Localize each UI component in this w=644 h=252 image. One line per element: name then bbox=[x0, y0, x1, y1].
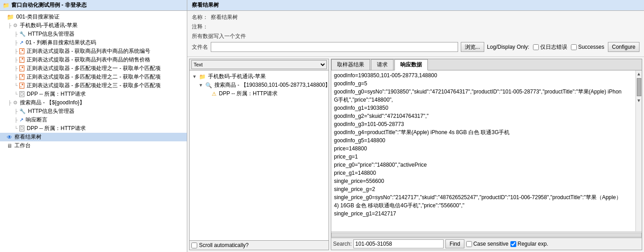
name-value: 察看结果树 bbox=[211, 14, 238, 21]
browse-button[interactable]: 浏览... bbox=[461, 42, 484, 52]
successes-checkbox[interactable] bbox=[571, 44, 577, 50]
file-label: 文件名 bbox=[192, 43, 208, 51]
data-line: goodInfo=1903850,101-005-28773,148800 bbox=[333, 71, 634, 79]
data-tab[interactable]: 取样器结果 bbox=[331, 59, 370, 70]
data-content[interactable]: goodInfo=1903850,101-005-28773,148800goo… bbox=[331, 70, 635, 231]
left-tree-item[interactable]: ├.*正则表达式提取器 - 获取商品列表中商品的系统编号 bbox=[0, 47, 187, 56]
tree-connector: └ bbox=[14, 126, 18, 131]
data-line: price_g0="price":"148800","activePrice bbox=[333, 161, 634, 169]
scroll-auto-label: Scroll automatically? bbox=[199, 242, 249, 248]
name-label: 名称： bbox=[192, 14, 208, 21]
scroll-auto-checkbox[interactable] bbox=[191, 243, 197, 248]
log-options: Log/Display Only: 仅日志错误 Successes Config… bbox=[487, 42, 639, 52]
tree-item-label: 工作台 bbox=[14, 142, 31, 149]
result-tree-label: DPP -- 所属：HTTP请求 bbox=[219, 90, 278, 98]
left-tree-item[interactable]: 👁察看结果树 bbox=[0, 133, 187, 141]
tree-connector: ├ bbox=[8, 100, 12, 105]
data-line: single_price_g1=2142717 bbox=[333, 210, 634, 218]
result-tree-item[interactable]: ⚠DPP -- 所属：HTTP请求 bbox=[191, 89, 327, 98]
tree-connector: └ bbox=[14, 92, 18, 97]
left-tree-item[interactable]: 📁001-类目搜家验证 bbox=[0, 13, 187, 21]
tree-connector: └ bbox=[14, 83, 18, 88]
tree-item-label: HTTP信息头管理器 bbox=[28, 30, 74, 38]
data-line: goodInfo_g4=productTitle":"苹果(Apple) iPh… bbox=[333, 128, 634, 136]
left-tree-item[interactable]: ├🔧HTTP信息头管理器 bbox=[0, 30, 187, 38]
tree-item-label: 001-类目搜家验证 bbox=[16, 13, 60, 21]
left-tree-item[interactable]: ├.*正则表达式提取器 - 多匹配项处理之二 - 获取单个匹配项 bbox=[0, 73, 187, 81]
left-tree-item[interactable]: ├↗01 - 判断鼻目搜索结果状态码 bbox=[0, 38, 187, 47]
log-display-label: Log/Display Only: bbox=[487, 44, 529, 50]
right-panel: 察看结果树 名称： 察看结果树 注释： 所有数据写入一个文件 文件名 浏览...… bbox=[187, 0, 644, 252]
left-tree-item[interactable]: ├.*正则表达式提取器 - 获取商品列表中商品的销售价格 bbox=[0, 56, 187, 64]
data-line: 4) 16GB 金色 移动联通电信4G手机","price":"556600",… bbox=[333, 201, 634, 210]
tree-view-dropdown[interactable]: Text bbox=[191, 60, 327, 69]
tree-connector: ├ bbox=[14, 75, 18, 79]
tree-connector: ├ bbox=[14, 66, 18, 71]
result-tree-label: 搜索商品 - 【1903850,101-005-28773,148800】 bbox=[214, 81, 329, 89]
tree-item-label: DPP -- 所属：HTTP请求 bbox=[27, 90, 85, 98]
left-tree-item[interactable]: └.*正则表达式提取器 - 多匹配项处理之三 - 获取多个匹配项 bbox=[0, 81, 187, 90]
left-tree-item[interactable]: ├↗响应断言 bbox=[0, 116, 187, 124]
tree-item-label: 手机数码-手机通讯-苹果 bbox=[20, 22, 78, 29]
error-log-checkbox[interactable] bbox=[533, 44, 539, 50]
left-tree: 📁001-类目搜家验证├⚙手机数码-手机通讯-苹果├🔧HTTP信息头管理器├↗0… bbox=[0, 11, 187, 252]
tree-item-label: DPP -- 所属：HTTP请求 bbox=[27, 125, 85, 132]
left-tree-item[interactable]: └DDPP -- 所属：HTTP请求 bbox=[0, 90, 187, 98]
data-tab[interactable]: 请求 bbox=[371, 59, 394, 70]
data-tab[interactable]: 响应数据 bbox=[394, 59, 428, 70]
left-tree-item[interactable]: ├🔧HTTP信息头管理器 bbox=[0, 107, 187, 116]
data-line: single_price_g=2 bbox=[333, 185, 634, 193]
data-line: single_price=556600 bbox=[333, 177, 634, 185]
result-tree-item[interactable]: ▼🔍搜索商品 - 【1903850,101-005-28773,148800】 bbox=[191, 81, 327, 89]
data-line: goodInfo_g=5 bbox=[333, 79, 634, 88]
data-body: goodInfo=1903850,101-005-28773,148800goo… bbox=[331, 70, 642, 231]
section-title: 所有数据写入一个文件 bbox=[192, 33, 639, 40]
find-button[interactable]: Find bbox=[445, 239, 464, 248]
regular-exp-checkbox[interactable] bbox=[510, 241, 516, 247]
scroll-thumb[interactable] bbox=[637, 78, 641, 96]
file-input[interactable] bbox=[211, 42, 458, 52]
configure-button[interactable]: Configure bbox=[608, 42, 639, 52]
data-line: goodInfo_g0=sysNo":"1903850","skuid":"47… bbox=[333, 88, 634, 96]
data-vscroll[interactable]: ▲ ▼ bbox=[635, 70, 642, 231]
tree-item-label: 01 - 判断鼻目搜索结果状态码 bbox=[26, 39, 96, 47]
data-line: goodInfo_g5=148800 bbox=[333, 136, 634, 145]
right-panel-title: 察看结果树 bbox=[187, 0, 644, 11]
data-line: price_g=1 bbox=[333, 153, 634, 161]
scroll-up-arrow[interactable]: ▲ bbox=[637, 70, 641, 77]
regular-exp-label[interactable]: Regular exp. bbox=[510, 241, 548, 247]
case-sensitive-label[interactable]: Case sensitive bbox=[466, 241, 509, 247]
data-tabs: 取样器结果请求响应数据 bbox=[331, 59, 642, 70]
search-input[interactable] bbox=[353, 239, 444, 248]
result-tree-item[interactable]: ▼📁手机数码-手机通讯-苹果 bbox=[191, 72, 327, 81]
data-line: price=148800 bbox=[333, 145, 634, 153]
main-content: Text ▼📁手机数码-手机通讯-苹果▼🔍搜索商品 - 【1903850,101… bbox=[187, 57, 644, 252]
tree-panel-header: Text bbox=[190, 59, 329, 70]
left-header-title: 窗口自动化测试用例 - 非登录态 bbox=[11, 1, 87, 9]
right-form: 名称： 察看结果树 注释： 所有数据写入一个文件 文件名 浏览... Log/D… bbox=[187, 11, 644, 57]
data-hscroll[interactable] bbox=[331, 233, 642, 237]
tree-panel-body: ▼📁手机数码-手机通讯-苹果▼🔍搜索商品 - 【1903850,101-005-… bbox=[190, 70, 329, 240]
case-sensitive-checkbox[interactable] bbox=[466, 241, 472, 247]
error-log-checkbox-label[interactable]: 仅日志错误 bbox=[533, 43, 567, 51]
tree-item-label: HTTP信息头管理器 bbox=[28, 107, 74, 115]
tree-item-label: 搜索商品 - 【${goodInfo}】 bbox=[20, 99, 85, 107]
left-tree-item[interactable]: ├⚙手机数码-手机通讯-苹果 bbox=[0, 21, 187, 30]
folder-icon: 📁 bbox=[3, 2, 9, 9]
data-line: single_price_g0=sysNo":"2142717","skuid"… bbox=[333, 193, 634, 201]
left-panel: 📁 窗口自动化测试用例 - 非登录态 📁001-类目搜家验证├⚙手机数码-手机通… bbox=[0, 0, 187, 252]
tree-connector: ├ bbox=[14, 49, 18, 54]
successes-checkbox-label[interactable]: Successes bbox=[571, 44, 604, 50]
search-label: Search: bbox=[333, 241, 352, 247]
left-tree-item[interactable]: ├.*正则表达式提取器 - 多匹配项处理之一 - 获取单个匹配项 bbox=[0, 64, 187, 73]
search-bar: Search: Find Case sensitive Regular exp. bbox=[331, 238, 642, 250]
scroll-down-arrow[interactable]: ▼ bbox=[637, 97, 641, 104]
data-line: goodInfo_g1=1903850 bbox=[333, 104, 634, 112]
tree-item-label: 正则表达式提取器 - 多匹配项处理之三 - 获取多个匹配项 bbox=[27, 82, 161, 89]
left-tree-item[interactable]: └DDPP -- 所属：HTTP请求 bbox=[0, 124, 187, 133]
left-tree-item[interactable]: 🖥工作台 bbox=[0, 141, 187, 150]
tree-connector: ├ bbox=[14, 109, 18, 114]
left-tree-item[interactable]: ├⚙搜索商品 - 【${goodInfo}】 bbox=[0, 98, 187, 107]
tree-item-label: 正则表达式提取器 - 多匹配项处理之二 - 获取单个匹配项 bbox=[27, 73, 161, 81]
tree-connector: ├ bbox=[14, 57, 18, 62]
